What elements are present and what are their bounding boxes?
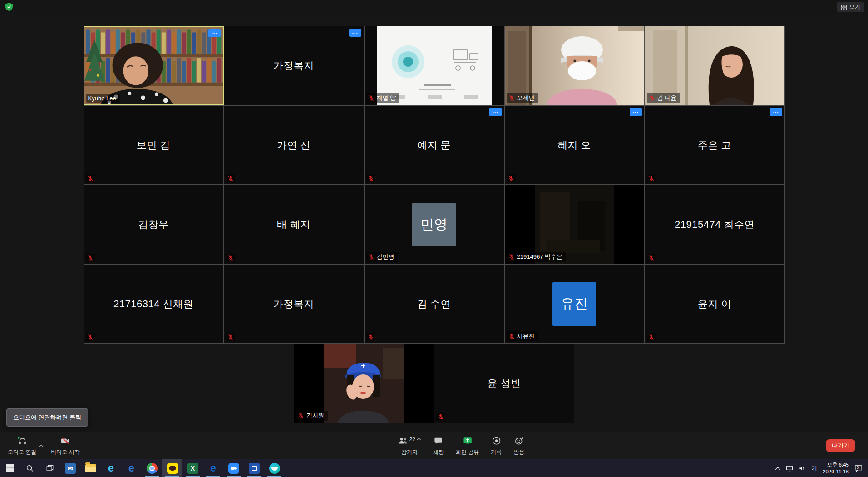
- participant-tile[interactable]: ···Kyuho Lee: [84, 26, 224, 105]
- participant-tile[interactable]: 배 혜지: [224, 185, 364, 264]
- chat-button[interactable]: 채팅: [427, 432, 450, 459]
- record-label: 기록: [491, 448, 502, 456]
- taskbar-app-file-explorer-icon[interactable]: [80, 459, 101, 477]
- participant-tile[interactable]: 김창우: [84, 185, 224, 264]
- participant-label: 김시원: [296, 411, 328, 421]
- mic-muted-icon: [368, 334, 374, 340]
- participant-tile[interactable]: 주은 고···: [645, 105, 785, 185]
- participant-tile[interactable]: 혜지 오···: [504, 105, 645, 185]
- participant-tile[interactable]: 가정복지···: [224, 26, 364, 105]
- windows-taskbar: ✉eeXe 가 오후 6:45 2020-11-16: [0, 459, 868, 477]
- camera-off-icon: [60, 436, 70, 446]
- participant-video: [84, 27, 223, 104]
- participant-label: [507, 174, 516, 182]
- participant-name-centered: 윤지 이: [645, 265, 784, 343]
- participant-label: 김 나윤: [647, 93, 681, 103]
- participants-button[interactable]: 22 참가자: [392, 432, 427, 459]
- file-explorer-glyph: [85, 464, 96, 472]
- excel-glyph: X: [187, 463, 198, 474]
- share-screen-button[interactable]: 화면 공유: [450, 432, 485, 459]
- record-icon: [491, 436, 501, 446]
- mic-muted-icon: [649, 95, 655, 101]
- reactions-button[interactable]: 반응: [508, 432, 530, 459]
- internet-explorer-glyph: e: [108, 463, 114, 473]
- action-center-icon[interactable]: 3: [854, 465, 863, 472]
- participant-label: [366, 174, 375, 182]
- chat-icon: [434, 436, 444, 446]
- security-shield-icon[interactable]: [5, 2, 14, 11]
- participant-label: [647, 174, 656, 182]
- participant-tile[interactable]: 김 나윤: [645, 26, 785, 105]
- leave-meeting-button[interactable]: 나가기: [826, 439, 855, 452]
- taskbar-app-chrome-icon[interactable]: [142, 459, 162, 477]
- chrome-glyph: [147, 463, 158, 474]
- participant-name-centered: 21716314 신채원: [84, 265, 223, 343]
- participant-tile[interactable]: 유진서유진: [504, 264, 645, 344]
- taskbar-search-button[interactable]: [20, 459, 40, 477]
- taskbar-app-edge-icon[interactable]: e: [121, 459, 142, 477]
- participant-tile[interactable]: 21915474 최수연: [645, 185, 785, 264]
- participant-grid: ···Kyuho Lee가정복지···재열 양오세빈김 나윤보민 김가연 신예지…: [83, 26, 785, 423]
- record-button[interactable]: 기록: [485, 432, 508, 459]
- participant-tile[interactable]: 윤지 이: [645, 264, 785, 344]
- start-button[interactable]: [0, 459, 20, 477]
- taskbar-app-internet-explorer-icon[interactable]: e: [101, 459, 121, 477]
- participant-tile[interactable]: 오세빈: [504, 26, 645, 105]
- more-options-button[interactable]: ···: [489, 108, 502, 116]
- participant-label-text: 김 나윤: [657, 94, 677, 102]
- participant-name-centered: 보민 김: [84, 106, 223, 184]
- start-video-button[interactable]: 비디오 시작: [45, 432, 85, 459]
- zoom-meeting-window: 보기 ···Kyuho Lee가정복지···재열 양오세빈김 나윤보민 김가연 …: [0, 0, 868, 477]
- participant-label-text: Kyuho Lee: [88, 95, 116, 102]
- ime-indicator[interactable]: 가: [811, 464, 817, 472]
- participants-icon: [398, 436, 408, 446]
- more-options-button[interactable]: ···: [630, 108, 642, 116]
- taskbar-app-whale-icon[interactable]: [264, 459, 285, 477]
- participant-tile[interactable]: 보민 김: [84, 105, 224, 185]
- taskbar-app-blue-app-icon[interactable]: [244, 459, 264, 477]
- mic-muted-icon: [508, 333, 515, 339]
- audio-options-chevron[interactable]: [38, 432, 45, 459]
- taskbar-app-edge2-icon[interactable]: e: [203, 459, 223, 477]
- participant-tile[interactable]: 가정복지: [224, 264, 364, 344]
- pc-status-icon[interactable]: [786, 465, 793, 472]
- participant-label-text: 재열 양: [377, 94, 396, 102]
- more-options-button[interactable]: ···: [349, 29, 361, 37]
- participant-avatar: 민영: [412, 203, 456, 246]
- participant-name-centered: 예지 문: [365, 106, 504, 184]
- participant-label-text: 오세빈: [517, 94, 535, 102]
- participant-name-centered: 주은 고: [645, 106, 784, 184]
- participant-label: [226, 174, 235, 182]
- edge-glyph: e: [128, 463, 134, 473]
- participant-tile[interactable]: 김시원: [294, 344, 434, 423]
- taskbar-app-kakaotalk-icon[interactable]: [162, 459, 182, 477]
- share-screen-icon: [462, 436, 473, 446]
- participant-tile[interactable]: 윤 성빈: [434, 344, 574, 423]
- zoom-glyph: [228, 463, 239, 474]
- mic-muted-icon: [508, 254, 515, 260]
- taskbar-app-mail-icon[interactable]: ✉: [60, 459, 80, 477]
- volume-icon[interactable]: [799, 465, 806, 472]
- tray-chevron-icon[interactable]: [775, 467, 780, 470]
- meeting-toolbar: 오디오 연결 비디오 시작: [0, 432, 868, 459]
- more-options-button[interactable]: ···: [208, 29, 221, 37]
- participant-tile[interactable]: 예지 문···: [364, 105, 504, 185]
- participant-name-centered: 배 혜지: [224, 185, 364, 264]
- more-options-button[interactable]: ···: [770, 108, 782, 116]
- task-view-button[interactable]: [40, 459, 60, 477]
- participant-label: [86, 333, 95, 341]
- taskbar-app-excel-icon[interactable]: X: [182, 459, 203, 477]
- join-audio-button[interactable]: 오디오 연결: [2, 432, 42, 459]
- participants-chevron[interactable]: [417, 437, 421, 442]
- audio-tooltip-text: 오디오에 연결하려면 클릭: [13, 414, 81, 421]
- participant-tile[interactable]: 가연 신: [224, 105, 364, 185]
- view-button[interactable]: 보기: [837, 2, 864, 12]
- participant-tile[interactable]: 21914967 박수은: [504, 185, 645, 264]
- taskbar-clock[interactable]: 오후 6:45 2020-11-16: [823, 462, 849, 475]
- participant-tile[interactable]: 21716314 신채원: [84, 264, 224, 344]
- participant-tile[interactable]: 민영김민영: [364, 185, 504, 264]
- participant-tile[interactable]: 재열 양: [364, 26, 504, 105]
- taskbar-app-zoom-icon[interactable]: [223, 459, 244, 477]
- participant-name-centered: 김 수연: [365, 265, 504, 343]
- participant-tile[interactable]: 김 수연: [364, 264, 504, 344]
